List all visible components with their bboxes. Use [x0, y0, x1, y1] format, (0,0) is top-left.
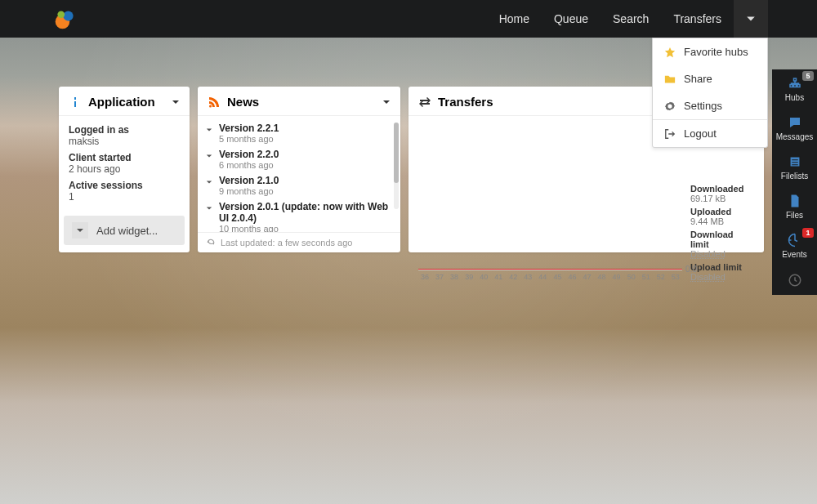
- news-footer: Last updated: a few seconds ago: [198, 232, 400, 252]
- rail-files[interactable]: Files: [772, 187, 817, 226]
- uploaded-label: Uploaded: [690, 207, 754, 216]
- info-icon: [69, 96, 82, 109]
- top-navbar: Home Queue Search Transfers: [0, 0, 817, 38]
- x-tick: 40: [477, 273, 490, 285]
- download-limit-label: Download limit: [690, 230, 754, 249]
- x-tick: 41: [492, 273, 505, 285]
- application-body: Logged in asmaksis Client started2 hours…: [59, 116, 190, 216]
- widget-title: Transfers: [438, 95, 493, 109]
- rail-badge: 1: [802, 228, 814, 238]
- menu-logout[interactable]: Logout: [653, 119, 767, 147]
- upload-limit-value[interactable]: Disabled: [690, 272, 754, 282]
- client-started-label: Client started: [69, 152, 180, 163]
- widget-title: Application: [88, 95, 155, 109]
- x-tick: 38: [448, 273, 461, 285]
- x-tick: 37: [433, 273, 446, 285]
- rail-filelists[interactable]: Filelists: [772, 148, 817, 187]
- rail-label: Files: [786, 211, 803, 220]
- x-tick: 44: [536, 273, 549, 285]
- x-tick: 43: [521, 273, 534, 285]
- last-updated-label: Last updated: a few seconds ago: [221, 238, 352, 248]
- rail-label: Messages: [776, 132, 814, 141]
- news-item[interactable]: Version 2.2.15 months ago: [206, 123, 397, 144]
- svg-point-2: [57, 11, 65, 18]
- logout-icon: [664, 128, 676, 140]
- menu-label: Favorite hubs: [684, 46, 748, 58]
- svg-point-1: [63, 11, 73, 20]
- x-tick: 48: [596, 273, 609, 285]
- menu-label: Settings: [684, 100, 722, 112]
- right-sidebar: Hubs 5 Messages Filelists Files Events 1: [772, 69, 817, 295]
- chart-plot-area: 0.0: [418, 123, 682, 270]
- rail-hubs[interactable]: Hubs 5: [772, 69, 817, 109]
- rail-messages[interactable]: Messages: [772, 109, 817, 148]
- active-sessions-value: 1: [69, 191, 180, 203]
- y-axis-label: 0.0: [685, 265, 697, 274]
- nav-more-menu[interactable]: [734, 0, 768, 38]
- chevron-down-icon: [206, 123, 214, 144]
- nav-queue[interactable]: Queue: [542, 0, 600, 38]
- x-tick: 46: [565, 273, 578, 285]
- news-item[interactable]: Version 2.1.09 months ago: [206, 175, 397, 196]
- active-sessions-label: Active sessions: [69, 180, 180, 191]
- chevron-down-icon: [206, 175, 214, 196]
- x-tick: 51: [640, 273, 653, 285]
- folder-icon: [664, 74, 676, 85]
- rail-clock[interactable]: [772, 265, 817, 295]
- menu-label: Share: [684, 73, 712, 85]
- logged-in-label: Logged in as: [69, 124, 180, 136]
- rail-label: Hubs: [785, 93, 804, 102]
- nav-search[interactable]: Search: [600, 0, 661, 38]
- add-widget-button[interactable]: Add widget...: [64, 216, 185, 245]
- nav-home[interactable]: Home: [487, 0, 542, 38]
- refresh-icon: [206, 238, 216, 248]
- x-tick: 45: [551, 273, 564, 285]
- news-item[interactable]: Version 2.0.1 (update: now with Web UI 2…: [206, 201, 397, 232]
- scrollbar[interactable]: [394, 123, 399, 209]
- add-widget-label: Add widget...: [96, 225, 158, 237]
- widget-title: News: [227, 95, 259, 109]
- rail-label: Filelists: [781, 172, 808, 181]
- menu-settings[interactable]: Settings: [653, 92, 767, 119]
- downloaded-value: 69.17 kB: [690, 194, 754, 203]
- rail-events[interactable]: Events 1: [772, 226, 817, 265]
- x-axis: 363738394041424344454647484950515253: [418, 270, 682, 285]
- chart-line: [418, 269, 682, 270]
- x-tick: 53: [669, 273, 682, 285]
- rss-icon: [208, 96, 221, 109]
- news-widget: News Version 2.2.15 months ago Version 2…: [198, 87, 400, 252]
- transfers-icon: [418, 96, 431, 109]
- x-tick: 47: [581, 273, 594, 285]
- nav-transfers[interactable]: Transfers: [661, 0, 734, 38]
- x-tick: 39: [462, 273, 475, 285]
- x-tick: 49: [610, 273, 623, 285]
- downloaded-label: Downloaded: [690, 184, 754, 194]
- client-started-value: 2 hours ago: [69, 163, 180, 175]
- logged-in-value: maksis: [69, 136, 180, 147]
- more-dropdown: Favorite hubs Share Settings Logout: [652, 38, 768, 148]
- upload-limit-label: Upload limit: [690, 262, 754, 272]
- chevron-down-icon[interactable]: [382, 98, 391, 106]
- rail-label: Events: [782, 250, 807, 259]
- news-item[interactable]: Version 2.2.06 months ago: [206, 149, 397, 170]
- app-logo: [54, 7, 77, 30]
- star-icon: [664, 47, 676, 58]
- chevron-down-icon[interactable]: [172, 98, 180, 106]
- transfers-chart: 0.0 363738394041424344454647484950515253: [418, 123, 682, 285]
- menu-share[interactable]: Share: [653, 65, 767, 92]
- chevron-down-icon: [206, 149, 214, 170]
- x-tick: 36: [418, 273, 431, 285]
- rail-badge: 5: [802, 71, 814, 81]
- chevron-down-icon: [72, 222, 88, 239]
- uploaded-value: 9.44 MB: [690, 216, 754, 226]
- x-tick: 42: [507, 273, 520, 285]
- x-tick: 50: [625, 273, 638, 285]
- menu-favorite-hubs[interactable]: Favorite hubs: [653, 38, 767, 65]
- news-list: Version 2.2.15 months ago Version 2.2.06…: [198, 116, 400, 232]
- application-widget: Application Logged in asmaksis Client st…: [59, 87, 190, 252]
- chevron-down-icon: [206, 201, 214, 232]
- menu-label: Logout: [684, 127, 717, 140]
- widget-header: News: [198, 87, 400, 116]
- gear-icon: [664, 100, 676, 112]
- download-limit-value[interactable]: Disabled: [690, 249, 754, 259]
